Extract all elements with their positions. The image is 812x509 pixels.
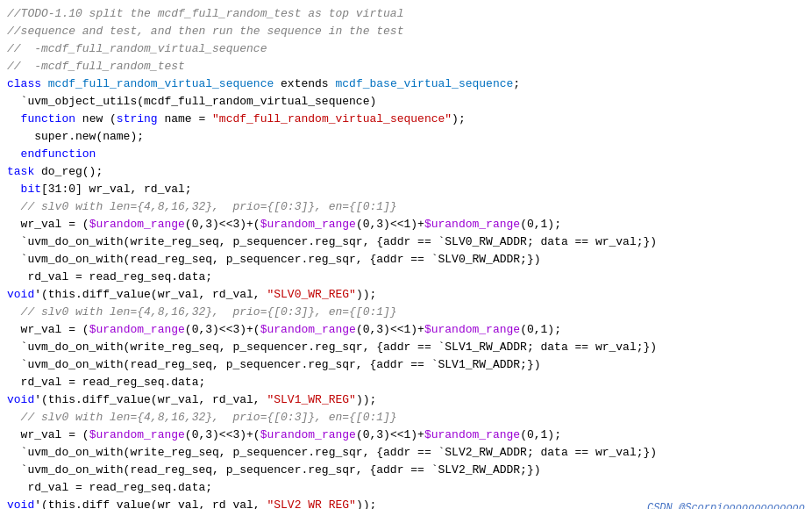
line-17: void'(this.diff_value(wr_val, rd_val, "S… (7, 286, 805, 304)
code-container: //TODO-1.10 split the mcdf_full_random_t… (0, 0, 812, 509)
line-19: // slv0 with len={4,8,16,32}, prio={[0:3… (7, 304, 805, 321)
line-5: class mcdf_full_random_virtual_sequence … (7, 75, 805, 93)
line-28: `uvm_do_on_with(write_reg_seq, p_sequenc… (7, 444, 805, 462)
line-12: // slv0 with len={4,8,16,32}, prio={[0:3… (7, 198, 805, 216)
line-9: endfunction (7, 146, 805, 163)
line-13: wr_val = ($urandom_range(0,3)<<3)+($uran… (7, 216, 805, 233)
line-2: //sequence and test, and then run the se… (7, 23, 805, 40)
line-11: bit[31:0] wr_val, rd_val; (7, 181, 805, 198)
line-7: function new (string name = "mcdf_full_r… (7, 111, 805, 128)
line-10: task do_reg(); (7, 163, 805, 181)
line-8: super.new(name); (7, 128, 805, 146)
line-27: wr_val = ($urandom_range(0,3)<<3)+($uran… (7, 427, 805, 444)
line-6: `uvm_object_utils(mcdf_full_random_virtu… (7, 93, 805, 111)
line-26: // slv0 with len={4,8,16,32}, prio={[0:3… (7, 409, 805, 427)
line-16: rd_val = read_reg_seq.data; (7, 269, 805, 286)
line-29: `uvm_do_on_with(read_reg_seq, p_sequence… (7, 462, 805, 479)
line-21: `uvm_do_on_with(write_reg_seq, p_sequenc… (7, 339, 805, 356)
line-20: wr_val = ($urandom_range(0,3)<<3)+($uran… (7, 321, 805, 339)
line-14: `uvm_do_on_with(write_reg_seq, p_sequenc… (7, 233, 805, 251)
line-1: //TODO-1.10 split the mcdf_full_random_t… (7, 5, 805, 23)
line-3: // -mcdf_full_random_virtual_sequence (7, 40, 805, 58)
line-30: rd_val = read_reg_seq.data; (7, 479, 805, 497)
line-22: `uvm_do_on_with(read_reg_seq, p_sequence… (7, 356, 805, 374)
line-4: // -mcdf_full_random_test (7, 58, 805, 75)
footer-text: CSDN @Scorpiooooooooooooo (647, 500, 805, 509)
line-15: `uvm_do_on_with(read_reg_seq, p_sequence… (7, 251, 805, 269)
line-24: void'(this.diff_value(wr_val, rd_val, "S… (7, 391, 805, 409)
line-23: rd_val = read_reg_seq.data; (7, 374, 805, 391)
